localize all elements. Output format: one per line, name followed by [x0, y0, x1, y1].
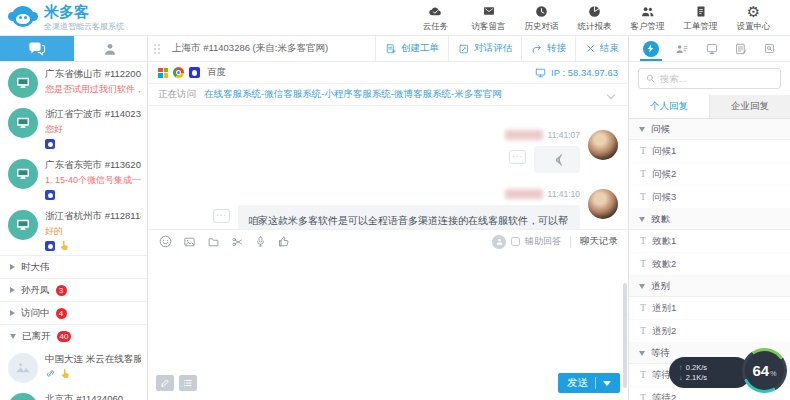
visitor-last-message: 您是否试用过我们软件，...: [45, 83, 141, 96]
tab-quick-reply[interactable]: [641, 36, 661, 61]
chat-infobar: 百度 IP : 58.34.97.63: [148, 62, 628, 84]
message-options-icon[interactable]: ···: [509, 150, 526, 164]
reply-item[interactable]: T致歉2: [629, 253, 790, 276]
tab-search-records[interactable]: [761, 36, 778, 61]
message-bubble: 咱家这款米多客软件是可以全程语音多渠道连接的在线客服软件，可以帮助我们客服在接待…: [238, 205, 580, 229]
reply-item[interactable]: T问候3: [629, 186, 790, 209]
microphone-icon[interactable]: [254, 234, 267, 249]
send-button[interactable]: 发送: [558, 373, 620, 393]
visitor-title: 广东省东莞市 #11362013: [45, 159, 141, 172]
section-greeting[interactable]: 问候: [629, 119, 790, 140]
agent-name-blurred: [505, 189, 543, 199]
nav-reports[interactable]: 统计报表: [568, 3, 621, 33]
app: 米多客 全渠道智能云客服系统 云任务 访客留言 历史对话: [0, 0, 790, 400]
nav-customers[interactable]: 客户管理: [621, 3, 674, 33]
visiting-label: 正在访问: [158, 88, 196, 101]
group-visiting[interactable]: 访问中 4: [0, 301, 147, 324]
memory-gauge[interactable]: 64 %: [742, 348, 787, 393]
chevron-down-icon: [10, 334, 16, 339]
search-box[interactable]: [638, 68, 781, 89]
nav-tickets[interactable]: 工单管理: [674, 3, 727, 33]
group-agent[interactable]: 孙丹凤 3: [0, 278, 147, 301]
chevron-down-icon: [639, 127, 645, 132]
nav-cloud-tasks[interactable]: 云任务: [409, 3, 462, 33]
visitor-row[interactable]: 浙江省杭州市 #11281180 好的: [0, 204, 147, 255]
tab-form[interactable]: [732, 36, 750, 61]
create-ticket-button[interactable]: 创建工单: [375, 36, 448, 61]
group-left[interactable]: 已离开 40: [0, 324, 147, 347]
visitor-row[interactable]: 广东省佛山市 #11220078 您是否试用过我们软件，...: [0, 62, 147, 102]
upload-speed: 0.2K/s: [686, 363, 707, 372]
monitor-avatar-icon: [8, 68, 38, 98]
reply-item[interactable]: T问候1: [629, 140, 790, 163]
chat-history-button[interactable]: 聊天记录: [580, 235, 618, 248]
voice-message-bubble[interactable]: [534, 146, 580, 173]
chevron-down-icon: [639, 217, 645, 222]
count-badge: 40: [57, 331, 72, 342]
reply-item[interactable]: T致歉1: [629, 230, 790, 253]
visitor-row[interactable]: 浙江省宁波市 #11402345 您好: [0, 102, 147, 153]
visitor-row[interactable]: 中国大连 米云在线客服…: [0, 347, 147, 387]
landscape-avatar-icon: [8, 353, 38, 383]
drag-handle[interactable]: [152, 44, 162, 54]
tab-visitor-track[interactable]: [703, 36, 721, 61]
quick-reply-icon: [643, 41, 659, 57]
top-nav: 云任务 访客留言 历史对话 统计报表: [409, 3, 780, 33]
section-farewell[interactable]: 道别: [629, 276, 790, 297]
close-icon: [585, 43, 596, 54]
search-input[interactable]: [660, 73, 774, 84]
folder-icon[interactable]: [206, 235, 221, 249]
evaluate-button[interactable]: 对话评估: [448, 36, 521, 61]
tab-company-reply[interactable]: 企业回复: [709, 95, 790, 118]
reply-item[interactable]: T问候2: [629, 163, 790, 186]
thumbs-up-icon[interactable]: [276, 234, 291, 249]
visitor-row[interactable]: 广东省东莞市 #11362013 1. 15-40个微信号集成一...: [0, 153, 147, 204]
tab-visitor-info[interactable]: [672, 36, 692, 61]
visitor-title: 中国大连 米云在线客服…: [45, 353, 141, 366]
list-button[interactable]: [179, 375, 197, 391]
reply-item[interactable]: T道别1: [629, 297, 790, 320]
net-monitor-widget[interactable]: ↑0.2K/s ↓2.1K/s 64 %: [669, 347, 787, 393]
clock-icon: [515, 3, 568, 20]
link-icon: [45, 368, 56, 379]
chevron-down-icon: [639, 284, 645, 289]
visitor-row[interactable]: 北京市 #11424060: [0, 387, 147, 400]
visitor-last-message: 您好: [45, 123, 141, 136]
chat-messages: 11:41:07 ···: [148, 106, 628, 229]
source-baidu-icon: [45, 190, 55, 200]
tab-conversations[interactable]: [0, 36, 74, 61]
agent-avatar: [588, 130, 618, 160]
visiting-page-link[interactable]: 在线客服系统-微信客服系统-小程序客服系统-微博客服系统-米多客官网: [204, 88, 600, 101]
nav-visitor-messages[interactable]: 访客留言: [462, 3, 515, 33]
edit-button[interactable]: [156, 375, 174, 391]
send-dropdown-caret-icon[interactable]: [603, 381, 611, 386]
end-chat-button[interactable]: 结束: [575, 36, 628, 61]
tab-personal-reply[interactable]: 个人回复: [629, 95, 709, 118]
tab-colleagues[interactable]: [74, 36, 148, 61]
message-input[interactable]: [148, 253, 628, 372]
assist-checkbox[interactable]: [511, 237, 520, 246]
nav-history[interactable]: 历史对话: [515, 3, 568, 33]
brand-text: 米多客 全渠道智能云客服系统: [44, 4, 124, 32]
transfer-button[interactable]: 转接: [521, 36, 575, 61]
app-title: 米多客: [44, 4, 124, 19]
monitor-avatar-icon: [8, 393, 38, 400]
chat-tab-title[interactable]: 上海市 #11403286 (来自:米多客官网): [164, 42, 375, 55]
memory-percent-unit: %: [770, 370, 776, 377]
text-type-icon: T: [640, 192, 646, 202]
section-apology[interactable]: 致歉: [629, 209, 790, 230]
group-agent[interactable]: 时大伟: [0, 255, 147, 278]
scrollbar[interactable]: [623, 283, 627, 388]
assist-label: 辅助回答: [525, 235, 561, 248]
reply-item[interactable]: T道别2: [629, 320, 790, 343]
hand-pointer-icon: [60, 368, 70, 379]
reply-panel: 个人回复 企业回复 问候 T问候1 T问候2 T问候3 致歉 T致歉1 T致歉2…: [628, 36, 790, 400]
scissors-icon[interactable]: [230, 235, 245, 249]
text-type-icon: T: [640, 303, 646, 313]
chevron-down-icon[interactable]: [607, 90, 615, 98]
message-options-icon[interactable]: ···: [213, 209, 230, 223]
emoji-icon[interactable]: [158, 234, 173, 249]
nav-settings[interactable]: ⚙ 设置中心: [727, 3, 780, 33]
image-icon[interactable]: [182, 235, 197, 249]
visitor-title: 北京市 #11424060: [45, 393, 123, 400]
